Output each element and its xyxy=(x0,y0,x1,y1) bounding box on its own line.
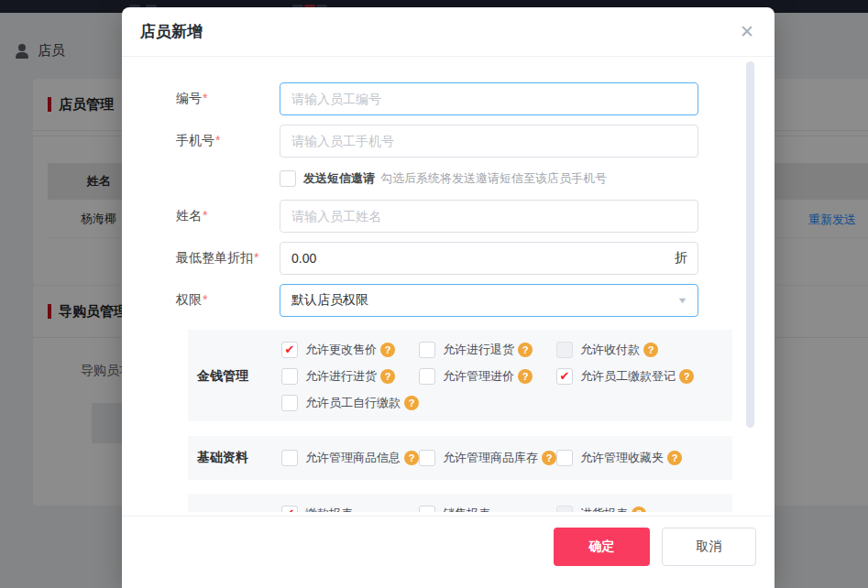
permission-item-label: 允许更改售价 xyxy=(305,342,377,358)
help-icon[interactable]: ? xyxy=(643,343,658,357)
phone-field-row: 手机号* xyxy=(166,125,720,158)
help-icon[interactable]: ? xyxy=(380,369,395,384)
report-permissions-grid: ✔缴款报表销售报表进货报表? xyxy=(281,500,712,512)
help-icon[interactable]: ? xyxy=(518,343,533,357)
help-icon[interactable]: ? xyxy=(518,369,533,384)
permission-label: 权限* xyxy=(166,284,280,317)
code-input[interactable] xyxy=(280,82,698,115)
confirm-button[interactable]: 确定 xyxy=(554,528,650,566)
permission-item-label: 允许管理收藏夹 xyxy=(580,450,664,466)
checkbox-unchecked[interactable] xyxy=(419,368,435,385)
modal-body: 编号* 手机号* 发送短信邀请 勾选后系统将发送邀请 xyxy=(122,57,775,512)
help-icon[interactable]: ? xyxy=(404,451,419,465)
permission-item[interactable]: 允许进行退货? xyxy=(419,336,556,363)
cancel-button[interactable]: 取消 xyxy=(662,528,756,566)
help-icon[interactable]: ? xyxy=(632,506,646,513)
help-icon[interactable]: ? xyxy=(679,369,694,384)
checkbox-unchecked[interactable] xyxy=(281,395,298,411)
required-asterisk: * xyxy=(203,292,207,307)
modal-title: 店员新增 xyxy=(140,21,203,42)
help-icon[interactable]: ? xyxy=(542,451,556,465)
permission-select[interactable]: 默认店员权限 ▼ xyxy=(280,284,698,317)
sms-invite-checkbox[interactable] xyxy=(280,170,296,187)
discount-label: 最低整单折扣* xyxy=(166,242,280,275)
modal-footer: 确定 取消 xyxy=(122,516,775,588)
permission-select-value: 默认店员权限 xyxy=(291,292,368,309)
help-icon[interactable]: ? xyxy=(404,396,419,410)
permission-item[interactable]: 允许进行进货? xyxy=(281,363,419,389)
reports-section: ✔缴款报表销售报表进货报表? xyxy=(188,494,732,512)
permission-item[interactable]: 销售报表 xyxy=(419,500,556,512)
phone-input[interactable] xyxy=(280,125,698,158)
checkbox-unchecked[interactable] xyxy=(419,506,435,513)
permission-item-label: 允许管理进价 xyxy=(443,368,514,385)
permission-item-label: 缴款报表 xyxy=(305,506,353,513)
code-field-row: 编号* xyxy=(166,82,720,115)
discount-input[interactable] xyxy=(280,242,698,275)
sms-invite-label: 发送短信邀请 xyxy=(303,170,375,187)
permission-field-row: 权限* 默认店员权限 ▼ xyxy=(166,284,720,317)
permission-item[interactable]: ✔允许员工缴款登记? xyxy=(556,363,694,389)
checkbox-unchecked[interactable] xyxy=(419,342,435,358)
permission-item[interactable]: ✔缴款报表 xyxy=(281,500,419,512)
checkbox-unchecked[interactable] xyxy=(281,368,298,385)
permission-item[interactable]: 允许员工自行缴款? xyxy=(281,389,419,416)
name-input[interactable] xyxy=(280,200,698,233)
discount-unit-suffix: 折 xyxy=(675,250,687,267)
permission-item[interactable]: 允许收付款? xyxy=(556,336,694,363)
money-permissions-grid: ✔允许更改售价?允许进行退货?允许收付款?允许进行进货?允许管理进价?✔允许员工… xyxy=(281,336,712,416)
basic-data-section: 基础资料 允许管理商品信息?允许管理商品库存?允许管理收藏夹? xyxy=(188,436,732,480)
sms-invite-hint: 勾选后系统将发送邀请短信至该店员手机号 xyxy=(380,170,607,187)
permission-item-label: 允许进行退货 xyxy=(443,342,514,358)
required-asterisk: * xyxy=(203,208,207,223)
required-asterisk: * xyxy=(203,91,207,105)
name-label: 姓名* xyxy=(166,200,280,233)
discount-field-row: 最低整单折扣* 折 xyxy=(166,242,720,275)
permission-item-label: 允许员工缴款登记 xyxy=(580,368,676,385)
checkbox-unchecked[interactable] xyxy=(556,342,573,358)
section-label: 金钱管理 xyxy=(188,368,281,385)
name-field-row: 姓名* xyxy=(166,200,720,233)
permission-item[interactable]: 进货报表? xyxy=(556,500,694,512)
close-icon[interactable]: ✕ xyxy=(740,23,754,40)
required-asterisk: * xyxy=(254,250,258,265)
checkbox-checked[interactable]: ✔ xyxy=(281,342,298,358)
checkbox-unchecked[interactable] xyxy=(281,450,298,466)
checkbox-checked[interactable]: ✔ xyxy=(556,368,573,385)
checkbox-checked[interactable]: ✔ xyxy=(281,506,298,513)
permission-item-label: 销售报表 xyxy=(443,506,490,513)
required-asterisk: * xyxy=(215,133,220,147)
help-icon[interactable]: ? xyxy=(380,343,395,357)
chevron-down-icon: ▼ xyxy=(676,296,687,305)
permission-item-label: 允许收付款 xyxy=(580,342,640,358)
section-label: 基础资料 xyxy=(188,450,281,466)
checkbox-unchecked[interactable] xyxy=(556,450,573,466)
checkbox-unchecked[interactable] xyxy=(419,450,435,466)
modal-header: 店员新增 ✕ xyxy=(122,7,775,57)
permission-item-label: 允许管理商品信息 xyxy=(305,450,401,466)
sms-invite-row: 发送短信邀请 勾选后系统将发送邀请短信至该店员手机号 xyxy=(166,169,720,189)
scrollbar-thumb[interactable] xyxy=(746,61,754,428)
code-label: 编号* xyxy=(166,82,280,115)
permission-item[interactable]: ✔允许更改售价? xyxy=(281,336,419,363)
permission-item[interactable]: 允许管理进价? xyxy=(419,363,556,389)
permission-item[interactable]: 允许管理商品信息? xyxy=(281,444,419,471)
help-icon[interactable]: ? xyxy=(667,451,682,465)
money-management-section: 金钱管理 ✔允许更改售价?允许进行退货?允许收付款?允许进行进货?允许管理进价?… xyxy=(188,330,732,421)
screen: 店员 店员管理 姓名 杨海椰 重新发送 导购员管理 导购员功能 店员新增 ✕ xyxy=(0,0,868,588)
permission-item-label: 允许管理商品库存 xyxy=(443,450,538,466)
add-staff-modal: 店员新增 ✕ 编号* 手机号* xyxy=(122,7,775,588)
permission-item-label: 允许员工自行缴款 xyxy=(305,395,401,411)
permission-item-label: 进货报表 xyxy=(580,506,628,513)
basic-permissions-grid: 允许管理商品信息?允许管理商品库存?允许管理收藏夹? xyxy=(281,444,712,471)
permission-item[interactable]: 允许管理商品库存? xyxy=(419,444,556,471)
checkbox-unchecked[interactable] xyxy=(556,506,573,513)
permission-item-label: 允许进行进货 xyxy=(305,368,377,385)
permission-item[interactable]: 允许管理收藏夹? xyxy=(556,444,694,471)
phone-label: 手机号* xyxy=(166,125,280,158)
